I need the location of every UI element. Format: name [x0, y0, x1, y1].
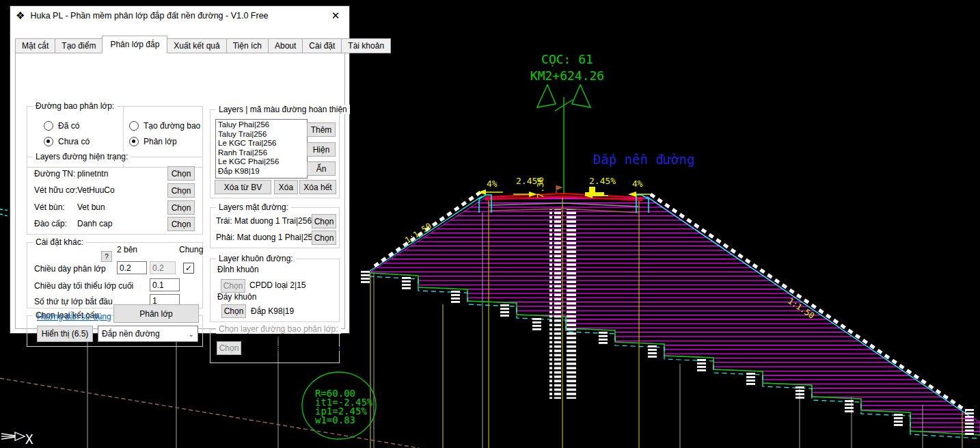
app-logo-icon: ❖ — [16, 10, 25, 22]
tab-tao-diem[interactable]: Tạo điểm — [55, 38, 103, 53]
xoa-het-button[interactable]: Xóa hết — [299, 180, 336, 194]
tab-mat-cat[interactable]: Mặt cắt — [15, 38, 55, 53]
structure-select-value: Đắp nền đường — [102, 329, 160, 339]
curve-annotation-text: R=60.00 it1=-2.45% ip1=2.45% w1=0.83 — [315, 388, 373, 425]
svg-text:7.36: 7.36 — [535, 177, 545, 198]
min-last-layer-label: Chiều dày tối thiểu lớp cuối — [34, 281, 133, 291]
dao-cap-value: Danh cap — [77, 219, 112, 228]
settings-group-label: Cài đặt khác: — [33, 237, 86, 247]
center-label-column-left — [549, 209, 561, 399]
phai-chon-button[interactable]: Chọn — [312, 230, 336, 245]
mold-group-label: Layer khuôn đường: — [216, 254, 296, 263]
existing-layers-group: Layers đường hiện trạng: Đường TN: pline… — [27, 157, 203, 235]
radio-chua-co[interactable]: Chưa có — [44, 137, 90, 146]
trai-label: Trái: Mat duong 1 Trai|256 — [216, 216, 312, 226]
radio-phan-lop[interactable]: Phân lớp — [129, 137, 177, 146]
tab-cai-dat[interactable]: Cài đặt — [302, 38, 342, 53]
tab-content-panel: Đường bao phân lớp: Đã có Chưa có Tạo đư… — [15, 50, 345, 329]
col-two-sides-label: 2 bên — [117, 245, 137, 254]
existing-layers-group-label: Layers đường hiện trạng: — [33, 152, 131, 161]
day-khuon-chon-button[interactable]: Chọn — [221, 304, 246, 318]
tab-bar: Mặt cắt Tạo điểm Phân lớp đắp Xuất kết q… — [15, 36, 390, 53]
close-icon[interactable]: ✕ — [327, 8, 344, 23]
embankment-hatch — [369, 196, 980, 435]
svg-text:4%: 4% — [487, 179, 498, 189]
ucs-icon — [1, 432, 25, 440]
list-item[interactable]: Le KGC Phai|256 — [218, 157, 305, 167]
list-item[interactable]: Taluy Phai|256 — [218, 120, 305, 130]
day-khuon-label: Đáy khuôn — [217, 292, 256, 302]
xoa-tu-bv-button[interactable]: Xóa từ BV — [215, 180, 271, 194]
duong-tn-value: plinetntn — [77, 169, 108, 179]
day-khuon-value: Đắp K98|19 — [251, 306, 294, 316]
boundary-layer-chon-button[interactable]: Chọn — [217, 341, 241, 355]
structure-select[interactable]: Đắp nền đường ⌄ — [98, 326, 198, 342]
station-km: KM2+624.26 — [530, 68, 604, 83]
dao-cap-label: Đào cấp: — [34, 219, 67, 228]
finish-layers-group: Layers | mã màu đường hoàn thiện Taluy P… — [210, 109, 340, 198]
help-button[interactable]: ? — [101, 251, 112, 262]
dinh-khuon-chon-button[interactable]: Chọn — [221, 279, 245, 293]
app-screen: CỌC: 61 KM2+624.26 Đắp nền đường 4% 2.45… — [0, 0, 980, 448]
hien-button[interactable]: Hiện — [307, 142, 336, 157]
dinh-khuon-label: Đỉnh khuôn — [217, 265, 259, 274]
dao-cap-chon-button[interactable]: Chọn — [167, 217, 195, 231]
svg-text:4%: 4% — [632, 179, 643, 189]
tab-xuat-ket-qua[interactable]: Xuất kết quả — [167, 38, 226, 53]
vet-bun-chon-button[interactable]: Chọn — [167, 200, 195, 215]
radio-tao-duong-bao[interactable]: Tạo đường bao — [129, 121, 200, 131]
crown-flag — [556, 185, 563, 194]
thickness-input[interactable] — [117, 261, 147, 274]
tab-tai-khoan[interactable]: Tài khoản — [341, 38, 391, 53]
tab-about[interactable]: About — [268, 38, 303, 53]
dialog-titlebar[interactable]: ❖ Huka PL - Phần mềm phân lớp đắp đất nề… — [10, 6, 349, 25]
settings-group: Cài đặt khác: 2 bên Chung ? Chiều dày ph… — [27, 242, 203, 308]
trai-chon-button[interactable]: Chọn — [312, 214, 336, 228]
svg-text:w1=0.83: w1=0.83 — [315, 414, 355, 425]
display-button[interactable]: Hiển thị (6.5) — [37, 326, 93, 342]
vet-bun-label: Vét bùn: — [34, 202, 65, 212]
finish-layers-listbox[interactable]: Taluy Phai|256 Taluy Trai|256 Le KGC Tra… — [215, 119, 308, 179]
dialog-title: Huka PL - Phần mềm phân lớp đắp đất nền … — [30, 11, 268, 21]
apply-phan-lop-button[interactable]: Phân lớp — [113, 304, 199, 323]
duong-tn-label: Đường TN: — [34, 169, 75, 179]
boundary-layer-group-label: Chọn layer đường bao phân lớp: — [216, 324, 341, 334]
min-last-layer-input[interactable] — [150, 278, 180, 291]
them-button[interactable]: Thêm — [307, 122, 336, 137]
thickness-label: Chiều dày phân lớp — [34, 264, 106, 274]
boundary-group-label: Đường bao phân lớp: — [33, 101, 117, 111]
chevron-down-icon: ⌄ — [189, 330, 194, 338]
mold-group: Layer khuôn đường: Đỉnh khuôn Chọn CPDD … — [210, 259, 340, 322]
finish-layers-group-label: Layers | mã màu đường hoàn thiện — [216, 105, 350, 114]
boundary-layer-group: Chọn layer đường bao phân lớp: Chọn hk_b… — [210, 329, 340, 363]
help-guide-link[interactable]: Hướng dẫn sử dụng — [37, 312, 111, 321]
vet-huu-co-value: VetHuuCo — [77, 185, 115, 195]
huka-pl-dialog: ❖ Huka PL - Phần mềm phân lớp đắp đất nề… — [10, 5, 350, 334]
xoa-button[interactable]: Xóa — [274, 180, 298, 194]
tab-phan-lop-dap[interactable]: Phân lớp đắp — [102, 36, 167, 53]
fill-area-label: Đắp nền đường — [593, 152, 695, 167]
road-surface-group-label: Layers mặt đường: — [216, 202, 291, 212]
vet-huu-co-label: Vét hữu cơ: — [34, 185, 77, 195]
list-item[interactable]: Le KGC Trai|256 — [218, 139, 305, 148]
list-item[interactable]: Ranh Trai|256 — [218, 148, 305, 158]
common-checkbox[interactable]: ✓ — [183, 263, 194, 274]
station-name: CỌC: 61 — [541, 52, 593, 66]
vet-bun-value: Vet bun — [77, 202, 105, 212]
thickness-common-input[interactable] — [150, 261, 176, 274]
duong-tn-chon-button[interactable]: Chọn — [167, 166, 195, 181]
tab-tien-ich[interactable]: Tiện ích — [226, 38, 269, 53]
phai-label: Phải: Mat duong 1 Phai|256 — [216, 233, 317, 242]
col-common-label: Chung — [179, 245, 203, 254]
road-surface-group: Layers mặt đường: Trái: Mat duong 1 Trai… — [210, 207, 340, 248]
radio-da-co[interactable]: Đã có — [44, 121, 79, 131]
an-button[interactable]: Ẩn — [307, 161, 336, 176]
svg-text:2.45%: 2.45% — [589, 176, 616, 186]
vet-huu-co-chon-button[interactable]: Chọn — [167, 183, 195, 198]
boundary-layer-value: hk_baodapnenduong1ben|2 — [245, 343, 346, 353]
list-item[interactable]: Đắp K98|19 — [218, 167, 305, 176]
ucs-x-label: X — [25, 432, 33, 447]
center-label-column-right — [564, 209, 576, 399]
start-index-label: Số thứ tự lớp bắt đầu — [34, 297, 113, 306]
list-item[interactable]: Taluy Trai|256 — [218, 130, 305, 140]
